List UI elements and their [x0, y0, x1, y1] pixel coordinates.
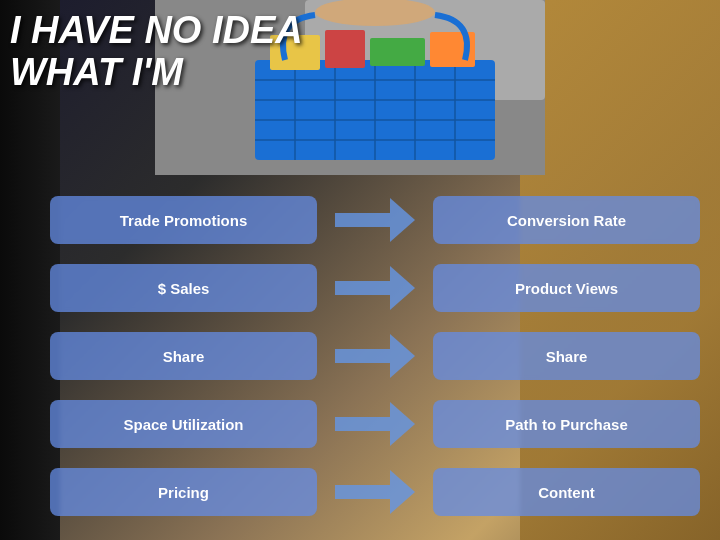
svg-rect-13: [325, 30, 365, 68]
conversion-rate-button[interactable]: Conversion Rate: [433, 196, 700, 244]
path-to-purchase-button[interactable]: Path to Purchase: [433, 400, 700, 448]
arrow-3: [317, 341, 433, 371]
arrow-4: [317, 409, 433, 439]
trade-promotions-button[interactable]: Trade Promotions: [50, 196, 317, 244]
share-left-button[interactable]: Share: [50, 332, 317, 380]
content-button[interactable]: Content: [433, 468, 700, 516]
product-views-button[interactable]: Product Views: [433, 264, 700, 312]
share-right-button[interactable]: Share: [433, 332, 700, 380]
space-utilization-button[interactable]: Space Utilization: [50, 400, 317, 448]
sales-button[interactable]: $ Sales: [50, 264, 317, 312]
arrow-1: [317, 205, 433, 235]
arrow-5: [317, 477, 433, 507]
pricing-button[interactable]: Pricing: [50, 468, 317, 516]
arrow-2: [317, 273, 433, 303]
buttons-grid: Trade Promotions Conversion Rate $ Sales…: [50, 190, 700, 522]
svg-rect-14: [370, 38, 425, 66]
headline-text: I HAVE NO IDEA WHAT I'M: [10, 10, 303, 94]
